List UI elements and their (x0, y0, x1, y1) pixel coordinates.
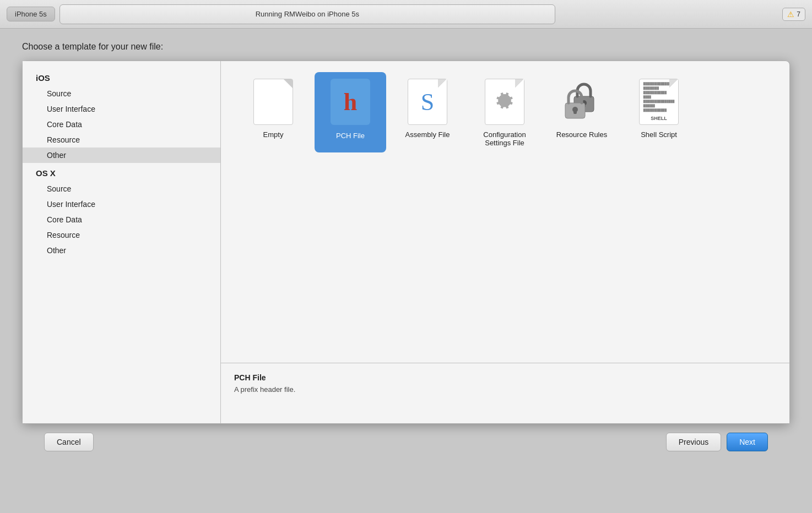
warning-badge[interactable]: ⚠ 7 (782, 8, 805, 21)
assembly-icon: S (405, 78, 450, 126)
file-item-assembly[interactable]: S Assembly File (392, 72, 463, 152)
sidebar-item-osx-resource[interactable]: Resource (23, 227, 220, 243)
desc-title: PCH File (234, 373, 776, 382)
next-button[interactable]: Next (727, 433, 768, 451)
file-grid: Empty PCH File S (221, 61, 789, 363)
resource-rules-label: Resource Rules (556, 130, 608, 139)
pch-label: PCH File (333, 130, 368, 141)
config-icon (483, 78, 527, 126)
empty-label: Empty (263, 130, 284, 139)
svg-rect-5 (573, 110, 577, 114)
assembly-label: Assembly File (405, 130, 450, 139)
page-title: Choose a template for your new file: (22, 42, 790, 52)
device-tab-label: iPhone 5s (15, 10, 47, 18)
file-item-resource-rules[interactable]: Resource Rules (546, 72, 618, 152)
shell-script-icon: ████████████████ ████████ ████████████ █… (637, 78, 681, 126)
shell-script-label: Shell Script (641, 130, 677, 139)
sidebar-section-ios: iOS (23, 70, 220, 86)
device-tab[interactable]: iPhone 5s (7, 7, 55, 21)
warning-count: 7 (797, 10, 800, 18)
pch-icon (328, 78, 372, 126)
sidebar-item-ios-resource[interactable]: Resource (23, 132, 220, 148)
content-area: Empty PCH File S (221, 61, 789, 423)
sidebar: iOS Source User Interface Core Data Reso… (23, 61, 221, 423)
empty-icon (251, 78, 295, 126)
sidebar-item-osx-user-interface[interactable]: User Interface (23, 197, 220, 212)
sidebar-item-ios-source[interactable]: Source (23, 86, 220, 101)
sidebar-item-osx-other[interactable]: Other (23, 243, 220, 258)
previous-button[interactable]: Previous (666, 433, 721, 451)
cancel-button[interactable]: Cancel (44, 433, 94, 451)
dialog: iOS Source User Interface Core Data Reso… (22, 61, 790, 424)
top-bar: iPhone 5s Running RMWeibo on iPhone 5s ⚠… (0, 0, 812, 29)
sidebar-item-ios-user-interface[interactable]: User Interface (23, 101, 220, 117)
file-item-config[interactable]: Configuration Settings File (469, 72, 540, 152)
desc-text: A prefix header file. (234, 385, 776, 394)
main-area: Choose a template for your new file: iOS… (0, 29, 812, 471)
warning-icon: ⚠ (787, 10, 794, 19)
sidebar-section-osx: OS X (23, 165, 220, 181)
description-panel: PCH File A prefix header file. (221, 363, 789, 423)
file-item-pch[interactable]: PCH File (315, 72, 386, 152)
resource-rules-icon (560, 78, 604, 126)
run-status-text: Running RMWeibo on iPhone 5s (256, 10, 359, 18)
nav-buttons: Previous Next (666, 433, 768, 451)
sidebar-item-osx-source[interactable]: Source (23, 181, 220, 197)
sidebar-item-ios-other[interactable]: Other (23, 148, 220, 163)
run-status: Running RMWeibo on iPhone 5s (59, 4, 555, 24)
bottom-buttons: Cancel Previous Next (22, 424, 790, 460)
dialog-body: iOS Source User Interface Core Data Reso… (23, 61, 789, 423)
config-label: Configuration Settings File (474, 130, 535, 147)
file-item-empty[interactable]: Empty (237, 72, 309, 152)
sidebar-item-ios-core-data[interactable]: Core Data (23, 117, 220, 132)
file-item-shell-script[interactable]: ████████████████ ████████ ████████████ █… (623, 72, 695, 152)
sidebar-item-osx-core-data[interactable]: Core Data (23, 212, 220, 227)
